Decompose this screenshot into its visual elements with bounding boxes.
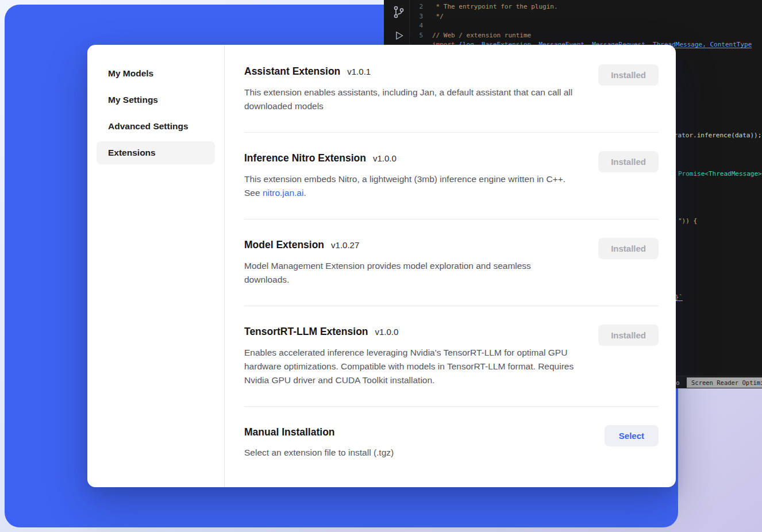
- extension-name: Assistant Extension: [244, 64, 340, 78]
- extension-name: Inference Nitro Extension: [244, 151, 366, 165]
- editor-icon-column: [388, 5, 409, 44]
- extension-version: v1.0.0: [375, 325, 399, 339]
- extension-row-tensorrt: TensortRT-LLM Extension v1.0.0 Enables a…: [244, 306, 659, 407]
- code-fragment-promise: Promise<ThreadMessage>: [678, 170, 762, 178]
- code-line: 5// Web / extension runtime: [411, 31, 762, 41]
- installed-button-nitro[interactable]: Installed: [598, 151, 659, 172]
- extension-version: v1.0.0: [373, 152, 397, 165]
- installed-button-tensorrt[interactable]: Installed: [598, 325, 659, 346]
- extension-name: TensortRT-LLM Extension: [244, 325, 368, 338]
- extension-info: TensortRT-LLM Extension v1.0.0 Enables a…: [244, 325, 578, 387]
- extension-info: Model Extension v1.0.27 Model Management…: [244, 238, 578, 287]
- extension-name: Model Extension: [244, 238, 324, 252]
- extension-description: Model Management Extension provides mode…: [244, 259, 578, 287]
- code-text: */: [432, 12, 444, 22]
- extension-version: v1.0.1: [347, 65, 371, 79]
- code-text: // Web / extension runtime: [432, 31, 531, 41]
- code-lines: 2 * The entrypoint for the plugin. 3 */ …: [411, 2, 762, 50]
- sidebar-item-extensions[interactable]: Extensions: [97, 141, 215, 164]
- select-extension-file-button[interactable]: Select: [605, 425, 659, 446]
- manual-installation-title: Manual Installation: [244, 425, 335, 439]
- installed-button-assistant[interactable]: Installed: [598, 64, 659, 86]
- extension-info: Inference Nitro Extension v1.0.0 This ex…: [244, 151, 578, 200]
- extension-row-assistant: Assistant Extension v1.0.1 This extensio…: [244, 45, 659, 133]
- extension-description: This extension enables assistants, inclu…: [244, 86, 578, 113]
- code-text: * The entrypoint for the plugin.: [432, 2, 558, 12]
- sidebar-item-advanced-settings[interactable]: Advanced Settings: [97, 115, 215, 138]
- sidebar-item-my-models[interactable]: My Models: [97, 62, 215, 85]
- screen-reader-chip: Screen Reader Optimized: [687, 377, 762, 388]
- manual-installation-description: Select an extension file to install (.tg…: [244, 446, 394, 460]
- code-line: 4: [411, 21, 762, 31]
- line-number: 5: [411, 31, 432, 41]
- code-line: 2 * The entrypoint for the plugin.: [411, 2, 762, 12]
- extension-row-model: Model Extension v1.0.27 Model Management…: [244, 219, 659, 306]
- line-number: 3: [411, 12, 432, 22]
- code-fragment-inference: rator.inference(data));: [674, 132, 761, 140]
- manual-installation-info: Manual Installation Select an extension …: [244, 425, 394, 460]
- settings-modal: My Models My Settings Advanced Settings …: [87, 45, 676, 487]
- nitro-jan-ai-link[interactable]: nitro.jan.ai: [263, 188, 304, 198]
- run-icon: [393, 29, 405, 44]
- settings-sidebar: My Models My Settings Advanced Settings …: [87, 45, 225, 487]
- extension-row-nitro: Inference Nitro Extension v1.0.0 This ex…: [244, 133, 659, 219]
- extension-info: Assistant Extension v1.0.1 This extensio…: [244, 64, 578, 113]
- line-number: 2: [411, 2, 432, 12]
- code-line: 3 */: [411, 12, 762, 22]
- extension-description: This extension embeds Nitro, a lightweig…: [244, 172, 578, 200]
- extension-version: v1.0.27: [331, 238, 359, 252]
- sidebar-item-my-settings[interactable]: My Settings: [97, 88, 215, 111]
- extensions-list: Assistant Extension v1.0.1 This extensio…: [225, 45, 676, 487]
- page-background: 2 * The entrypoint for the plugin. 3 */ …: [0, 0, 762, 532]
- git-branch-icon: [392, 5, 406, 21]
- installed-button-model[interactable]: Installed: [598, 238, 659, 259]
- extension-description: Enables accelerated inference leveraging…: [244, 346, 578, 387]
- code-fragment-string-brace: ")) {: [678, 217, 697, 225]
- manual-installation-row: Manual Installation Select an extension …: [244, 407, 659, 479]
- line-number: 4: [411, 21, 432, 31]
